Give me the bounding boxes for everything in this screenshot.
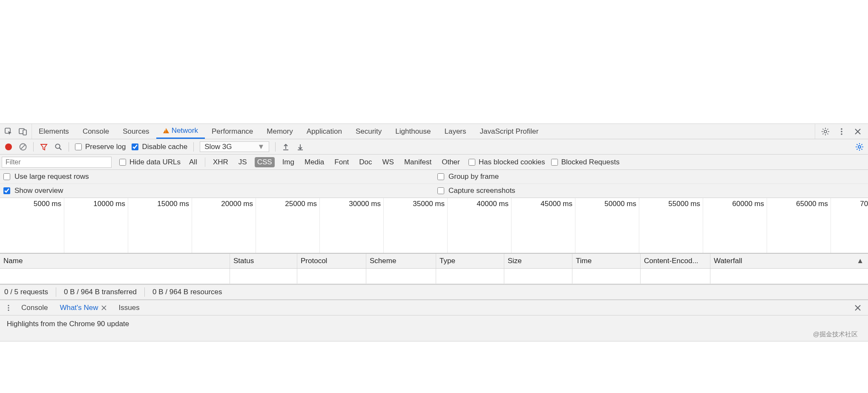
filter-bar: Hide data URLs AllXHRJSCSSImgMediaFontDo…	[0, 155, 868, 170]
divider	[144, 287, 145, 297]
timeline-tick-label: 30000 ms	[349, 200, 381, 208]
svg-line-20	[60, 148, 62, 150]
use-large-rows-checkbox[interactable]: Use large request rows	[0, 170, 434, 184]
capture-screenshots-checkbox[interactable]: Capture screenshots	[434, 184, 868, 198]
divider	[69, 142, 69, 152]
group-by-frame-checkbox[interactable]: Group by frame	[434, 170, 868, 184]
th-content-encoding[interactable]: Content-Encod...	[641, 254, 710, 268]
filter-type-media[interactable]: Media	[302, 157, 327, 167]
hide-data-urls-checkbox[interactable]: Hide data URLs	[119, 158, 181, 166]
close-icon[interactable]	[854, 304, 862, 312]
device-toggle-icon[interactable]	[19, 127, 27, 136]
timeline-overview[interactable]: 5000 ms10000 ms15000 ms20000 ms25000 ms3…	[0, 198, 868, 253]
filter-type-ws[interactable]: WS	[380, 157, 397, 167]
divider	[205, 158, 205, 167]
has-blocked-cookies-checkbox[interactable]: Has blocked cookies	[468, 158, 545, 166]
timeline-tick: 5000 ms	[64, 198, 64, 253]
filter-type-doc[interactable]: Doc	[356, 157, 374, 167]
status-bar: 0 / 5 requests 0 B / 964 B transferred 0…	[0, 284, 868, 300]
search-icon[interactable]	[54, 143, 63, 151]
th-time[interactable]: Time	[572, 254, 641, 268]
filter-type-js[interactable]: JS	[236, 157, 250, 167]
filter-type-all[interactable]: All	[187, 157, 200, 167]
blocked-requests-checkbox[interactable]: Blocked Requests	[551, 158, 620, 166]
network-settings-icon[interactable]	[855, 143, 864, 151]
filter-type-img[interactable]: Img	[280, 157, 297, 167]
tab-memory[interactable]: Memory	[260, 124, 299, 139]
tab-network[interactable]: Network	[156, 124, 205, 139]
capture-screenshots-label: Capture screenshots	[448, 186, 515, 195]
kebab-icon[interactable]	[837, 127, 846, 136]
th-protocol[interactable]: Protocol	[297, 254, 366, 268]
show-overview-checkbox[interactable]: Show overview	[0, 184, 434, 198]
tab-sources[interactable]: Sources	[116, 124, 156, 139]
gear-icon[interactable]	[821, 127, 830, 136]
svg-line-8	[823, 129, 824, 129]
timeline-tick: 10000 ms	[128, 198, 128, 253]
th-type[interactable]: Type	[436, 254, 504, 268]
inspect-icon[interactable]	[4, 127, 13, 136]
svg-point-19	[55, 144, 60, 148]
drawer-tab-console[interactable]: Console	[15, 304, 54, 312]
view-options: Use large request rows Group by frame Sh…	[0, 170, 868, 198]
svg-line-29	[862, 149, 862, 149]
footer-space	[0, 341, 868, 354]
tab-console[interactable]: Console	[76, 124, 116, 139]
filter-type-font[interactable]: Font	[332, 157, 351, 167]
tab-security[interactable]: Security	[349, 124, 388, 139]
disable-cache-checkbox[interactable]: Disable cache	[132, 143, 187, 151]
table-row-empty	[0, 269, 868, 284]
divider	[275, 142, 276, 152]
kebab-icon[interactable]	[4, 304, 13, 312]
filter-input[interactable]	[2, 157, 112, 168]
drawer-tab-what-s-new[interactable]: What's New	[54, 304, 112, 312]
svg-point-34	[8, 309, 9, 310]
import-har-icon[interactable]	[282, 143, 290, 151]
svg-point-12	[841, 128, 842, 130]
tab-elements[interactable]: Elements	[32, 124, 76, 139]
timeline-tick-label: 55000 ms	[668, 200, 700, 208]
tab-lighthouse[interactable]: Lighthouse	[388, 124, 437, 139]
preserve-log-checkbox[interactable]: Preserve log	[75, 143, 126, 151]
network-toolbar: Preserve log Disable cache Slow 3G ▼	[0, 139, 868, 155]
timeline-tick: 65000 ms	[831, 198, 831, 253]
group-by-frame-label: Group by frame	[448, 172, 499, 181]
show-overview-label: Show overview	[14, 186, 63, 195]
drawer: ConsoleWhat's NewIssues Highlights from …	[0, 300, 868, 341]
network-table: Name Status Protocol Scheme Type Size Ti…	[0, 253, 868, 284]
timeline-tick: 60000 ms	[767, 198, 767, 253]
timeline-tick-label: 20000 ms	[221, 200, 253, 208]
svg-line-11	[828, 129, 828, 129]
filter-type-other[interactable]: Other	[439, 157, 463, 167]
close-icon[interactable]	[101, 305, 107, 311]
tab-performance[interactable]: Performance	[205, 124, 260, 139]
timeline-tick: 50000 ms	[639, 198, 639, 253]
tab-javascript-profiler[interactable]: JavaScript Profiler	[473, 124, 546, 139]
throttling-select[interactable]: Slow 3G ▼	[200, 141, 269, 152]
filter-type-manifest[interactable]: Manifest	[402, 157, 434, 167]
tab-application[interactable]: Application	[300, 124, 349, 139]
th-scheme[interactable]: Scheme	[366, 254, 436, 268]
chevron-down-icon: ▼	[257, 143, 264, 151]
clear-icon[interactable]	[19, 143, 27, 151]
th-waterfall[interactable]: Waterfall ▲	[710, 254, 868, 268]
filter-icon[interactable]	[40, 143, 48, 151]
svg-point-23	[858, 146, 861, 148]
filter-type-xhr[interactable]: XHR	[210, 157, 231, 167]
timeline-tick-label: 45000 ms	[540, 200, 572, 208]
th-status[interactable]: Status	[230, 254, 297, 268]
filter-type-css[interactable]: CSS	[255, 157, 275, 167]
th-name[interactable]: Name	[0, 254, 230, 268]
th-size[interactable]: Size	[504, 254, 572, 268]
svg-point-33	[8, 307, 9, 308]
drawer-tab-issues[interactable]: Issues	[113, 304, 146, 312]
drawer-tab-strip: ConsoleWhat's NewIssues	[0, 300, 868, 316]
hide-data-urls-label: Hide data URLs	[129, 158, 181, 166]
tab-layers[interactable]: Layers	[438, 124, 473, 139]
timeline-tick-label: 40000 ms	[477, 200, 509, 208]
divider	[56, 287, 56, 297]
record-icon[interactable]	[4, 143, 13, 151]
svg-point-32	[8, 304, 9, 306]
close-icon[interactable]	[854, 127, 862, 136]
export-har-icon[interactable]	[296, 143, 305, 151]
